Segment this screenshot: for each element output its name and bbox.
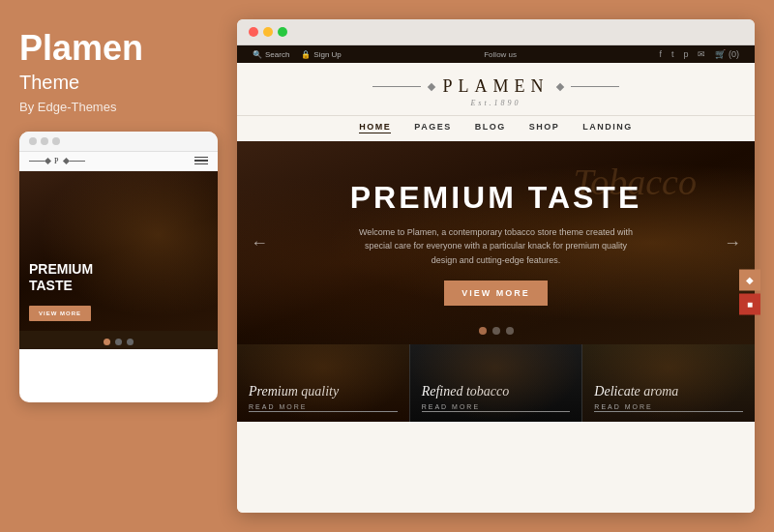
topbar-center: Follow us bbox=[484, 50, 517, 59]
mobile-nav: P bbox=[19, 152, 218, 171]
logo-est: Est.1890 bbox=[470, 99, 521, 107]
social-icon-3[interactable]: p bbox=[683, 49, 688, 59]
lock-icon: 🔒 bbox=[301, 50, 311, 59]
logo-diamond-right bbox=[555, 82, 563, 90]
topbar-right: f t p ✉ 🛒 (0) bbox=[659, 49, 739, 59]
hero-slider-dots bbox=[479, 327, 514, 335]
dot-3[interactable] bbox=[127, 339, 134, 345]
float-button-1[interactable]: ◆ bbox=[739, 269, 760, 290]
logo-line-right bbox=[70, 161, 85, 162]
hero-dot-1[interactable] bbox=[479, 327, 487, 335]
search-icon: 🔍 bbox=[253, 50, 262, 59]
feature-card-1: Premium quality READ MORE bbox=[237, 344, 409, 422]
floating-buttons: ◆ ■ bbox=[739, 269, 760, 314]
mobile-preview: P PREMIUM TASTE VIEW MORE bbox=[19, 132, 218, 402]
close-button[interactable] bbox=[249, 27, 258, 37]
search-topbar[interactable]: 🔍 Search bbox=[253, 50, 289, 59]
logo-text[interactable]: PLAMEN bbox=[442, 76, 549, 97]
logo-diamond-left bbox=[45, 158, 51, 164]
website-topbar: 🔍 Search 🔒 Sign Up Follow us f t p ✉ 🛒 (… bbox=[237, 45, 755, 63]
maximize-button[interactable] bbox=[278, 27, 287, 37]
hero-cta-button[interactable]: VIEW MORE bbox=[444, 281, 548, 306]
topbar-left: 🔍 Search 🔒 Sign Up bbox=[253, 50, 342, 59]
right-panel-wrapper: 🔍 Search 🔒 Sign Up Follow us f t p ✉ 🛒 (… bbox=[237, 10, 764, 522]
feature-card-3: Delicate aroma READ MORE bbox=[582, 344, 755, 422]
logo-line-left bbox=[29, 161, 45, 162]
website-content: 🔍 Search 🔒 Sign Up Follow us f t p ✉ 🛒 (… bbox=[237, 45, 755, 513]
feature-bg-2 bbox=[410, 344, 582, 422]
mobile-logo-deco: P bbox=[29, 157, 85, 165]
logo-center: PLAMEN bbox=[442, 76, 549, 97]
nav-pages[interactable]: PAGES bbox=[414, 122, 451, 133]
feature-card-2: Refined tobacco READ MORE bbox=[409, 344, 583, 422]
nav-shop[interactable]: SHOP bbox=[529, 122, 560, 133]
logo-line-left bbox=[372, 86, 421, 87]
minimize-button[interactable] bbox=[263, 27, 273, 37]
logo-decoration: PLAMEN bbox=[372, 76, 618, 97]
cart-icon[interactable]: 🛒 (0) bbox=[715, 49, 739, 59]
feature-bg-3 bbox=[582, 344, 755, 422]
theme-by: By Edge-Themes bbox=[19, 100, 218, 114]
dot-red bbox=[29, 137, 37, 145]
browser-window: 🔍 Search 🔒 Sign Up Follow us f t p ✉ 🛒 (… bbox=[237, 19, 755, 513]
nav-home[interactable]: HOME bbox=[359, 122, 391, 133]
dot-yellow bbox=[41, 137, 48, 145]
logo-diamond-right bbox=[63, 158, 70, 164]
hamburger-line-1 bbox=[194, 157, 208, 159]
mobile-headline: PREMIUM TASTE bbox=[29, 261, 208, 294]
left-panel: Plamen Theme By Edge-Themes P bbox=[0, 0, 237, 532]
feature-bg-1 bbox=[237, 344, 409, 422]
hero-next-arrow[interactable]: → bbox=[724, 233, 741, 253]
mobile-window-dots bbox=[29, 137, 60, 145]
mobile-logo: P bbox=[29, 157, 85, 165]
mobile-slider-dots bbox=[19, 331, 218, 349]
website-logo-area: PLAMEN Est.1890 bbox=[237, 63, 755, 115]
website-nav: HOME PAGES BLOG SHOP LANDING bbox=[237, 115, 755, 141]
hamburger-menu[interactable] bbox=[194, 157, 208, 165]
hero-prev-arrow[interactable]: ← bbox=[251, 233, 268, 253]
signup-topbar[interactable]: 🔒 Sign Up bbox=[301, 50, 341, 59]
float-button-2[interactable]: ■ bbox=[739, 293, 760, 314]
logo-diamond-left bbox=[428, 82, 435, 90]
browser-window-controls bbox=[249, 27, 287, 37]
dot-2[interactable] bbox=[115, 339, 122, 345]
hamburger-line-2 bbox=[194, 160, 208, 162]
hero-subtitle: Welcome to Plamen, a contemporary tobacc… bbox=[350, 225, 640, 267]
dot-1[interactable] bbox=[104, 339, 110, 345]
theme-subtitle: Theme bbox=[19, 72, 218, 94]
mobile-hero: PREMIUM TASTE VIEW MORE bbox=[19, 171, 218, 331]
features-row: Premium quality READ MORE Refined tobacc… bbox=[237, 344, 755, 422]
mobile-hero-text: PREMIUM TASTE VIEW MORE bbox=[29, 261, 208, 321]
nav-blog[interactable]: BLOG bbox=[475, 122, 506, 133]
browser-chrome bbox=[237, 19, 755, 45]
dot-green bbox=[52, 137, 60, 145]
logo-line-right bbox=[571, 86, 619, 87]
mobile-cta-button[interactable]: VIEW MORE bbox=[29, 306, 91, 321]
hero-title: PREMIUM TASTE bbox=[350, 180, 642, 216]
hero-dot-2[interactable] bbox=[492, 327, 500, 335]
hamburger-line-3 bbox=[194, 163, 208, 165]
hero-dot-3[interactable] bbox=[506, 327, 514, 335]
nav-landing[interactable]: LANDING bbox=[582, 122, 633, 133]
theme-title: Plamen bbox=[19, 29, 218, 68]
envelope-icon[interactable]: ✉ bbox=[698, 49, 705, 59]
hero-content: PREMIUM TASTE Welcome to Plamen, a conte… bbox=[350, 180, 642, 306]
social-icon-1[interactable]: f bbox=[659, 49, 662, 59]
mobile-topbar bbox=[19, 132, 218, 152]
social-icon-2[interactable]: t bbox=[671, 49, 674, 59]
website-hero: Tobacco PREMIUM TASTE Welcome to Plamen,… bbox=[237, 141, 755, 344]
